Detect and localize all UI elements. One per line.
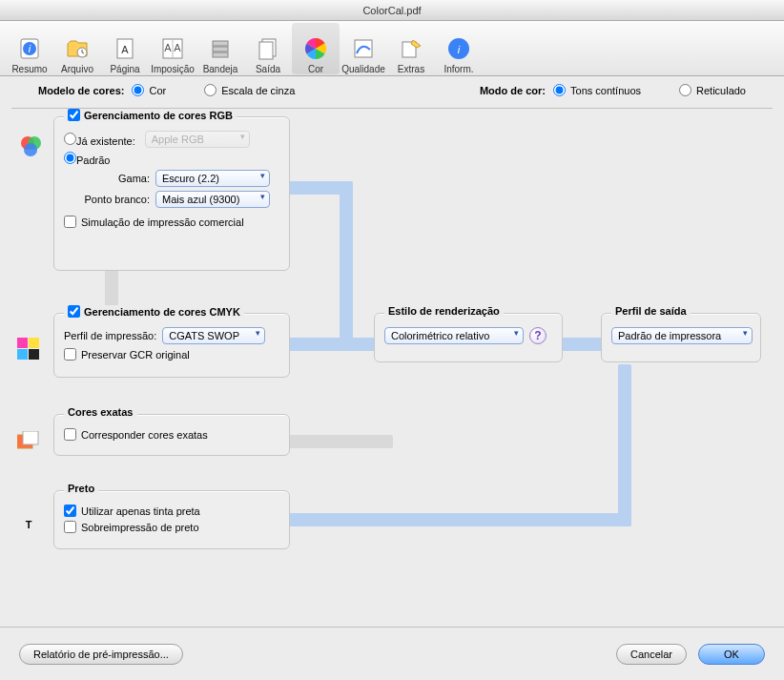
window-titlebar: ColorCal.pdf	[0, 0, 784, 21]
toolbar: i Resumo Arquivo A Página AA Imposição B…	[0, 21, 784, 76]
toolbar-item-inform[interactable]: i Inform.	[435, 23, 483, 74]
match-spot-checkbox[interactable]: Corresponder cores exatas	[64, 428, 208, 441]
flow-output-down	[618, 364, 631, 526]
radio-grayscale[interactable]: Escala de cinza	[204, 84, 295, 96]
render-panel: Estilo de renderização Colorimétrico rel…	[374, 313, 563, 362]
toolbar-label: Bandeja	[203, 64, 238, 74]
spot-swatch-icon	[17, 431, 44, 458]
cmyk-panel: Gerenciamento de cores CMYK Perfil de im…	[53, 313, 290, 378]
black-panel: Preto Utilizar apenas tinta preta Sobrei…	[53, 490, 290, 549]
mode-bar: Modelo de cores: Cor Escala de cinza Mod…	[0, 76, 784, 104]
toolbar-label: Inform.	[444, 64, 473, 74]
toolbar-item-extras[interactable]: Extras	[387, 23, 435, 74]
info-icon: i	[445, 35, 472, 62]
flow-spot-gray	[288, 435, 393, 448]
help-button[interactable]: ?	[529, 327, 547, 344]
flow-cmyk-to-render	[288, 338, 376, 351]
gamma-label: Gama:	[64, 173, 150, 184]
imposition-icon: AA	[159, 35, 186, 62]
gcr-checkbox[interactable]: Preservar GCR original	[64, 348, 190, 361]
toolbar-item-imposicao[interactable]: AA Imposição	[149, 23, 196, 74]
render-style-select[interactable]: Colorimétrico relativo	[384, 327, 524, 344]
cmyk-panel-title[interactable]: Gerenciamento de cores CMYK	[64, 305, 244, 318]
cmyk-enable-checkbox	[68, 305, 80, 318]
black-t-icon: T	[15, 507, 42, 534]
radio-color[interactable]: Cor	[132, 84, 166, 96]
cmyk-profile-label: Perfil de impressão:	[64, 330, 156, 341]
svg-rect-10	[213, 41, 228, 46]
svg-text:A: A	[121, 44, 129, 55]
toolbar-label: Resumo	[11, 64, 47, 74]
black-panel-title: Preto	[64, 483, 98, 494]
page-a-icon: A	[112, 35, 138, 62]
toolbar-label: Arquivo	[61, 64, 93, 74]
svg-rect-14	[259, 42, 273, 59]
radio-existing[interactable]: Já existente:	[64, 133, 135, 147]
rgb-venn-icon	[17, 134, 44, 160]
black-overprint-checkbox[interactable]: Sobreimpressão de preto	[64, 521, 199, 533]
toolbar-item-arquivo[interactable]: Arquivo	[53, 23, 101, 74]
commercial-sim-checkbox[interactable]: Simulação de impressão comercial	[64, 216, 244, 228]
svg-rect-22	[17, 338, 28, 348]
color-model-label: Modelo de cores:	[38, 85, 124, 96]
radio-continuous[interactable]: Tons contínuos	[553, 84, 641, 96]
render-panel-title: Estilo de renderização	[384, 305, 504, 317]
toolbar-label: Cor	[308, 64, 323, 74]
info-page-icon: i	[16, 35, 43, 62]
toolbar-label: Saída	[256, 64, 280, 74]
svg-rect-23	[29, 338, 39, 348]
svg-rect-24	[17, 349, 28, 360]
gamma-select[interactable]: Escuro (2.2)	[155, 170, 270, 187]
toolbar-item-pagina[interactable]: A Página	[101, 23, 149, 74]
rgb-panel-title[interactable]: Gerenciamento de cores RGB	[64, 109, 237, 121]
svg-rect-27	[23, 431, 38, 444]
window-title: ColorCal.pdf	[362, 5, 421, 16]
svg-text:A: A	[174, 42, 181, 53]
svg-point-21	[24, 143, 37, 156]
folder-clock-icon	[64, 35, 91, 62]
footer: Relatório de pré-impressão... Cancelar O…	[0, 627, 784, 680]
toolbar-label: Qualidade	[341, 64, 385, 74]
output-pages-icon	[255, 35, 281, 62]
spot-panel: Cores exatas Corresponder cores exatas	[53, 414, 290, 456]
black-ink-only-checkbox[interactable]: Utilizar apenas tinta preta	[64, 505, 200, 517]
radio-halftone[interactable]: Reticulado	[679, 84, 746, 96]
flow-rgb-to-render-v	[340, 181, 353, 341]
svg-text:A: A	[164, 42, 172, 53]
spot-panel-title: Cores exatas	[64, 406, 137, 418]
tray-icon	[207, 35, 234, 62]
rgb-panel: Gerenciamento de cores RGB Já existente:…	[53, 116, 290, 271]
color-wheel-icon	[302, 35, 329, 62]
toolbar-item-saida[interactable]: Saída	[244, 23, 292, 74]
toolbar-item-qualidade[interactable]: Qualidade	[340, 23, 387, 74]
output-panel-title: Perfil de saída	[611, 305, 691, 317]
toolbar-item-bandeja[interactable]: Bandeja	[196, 23, 244, 74]
flow-black	[288, 513, 631, 526]
toolbar-label: Página	[110, 64, 139, 74]
toolbar-item-resumo[interactable]: i Resumo	[6, 23, 53, 74]
existing-profile-select: Apple RGB	[145, 131, 250, 148]
whitepoint-select[interactable]: Mais azul (9300)	[155, 191, 270, 208]
toolbar-item-cor[interactable]: Cor	[292, 23, 340, 74]
rgb-enable-checkbox	[68, 109, 80, 121]
toolbar-label: Extras	[398, 64, 424, 74]
whitepoint-label: Ponto branco:	[64, 194, 150, 205]
ok-button[interactable]: OK	[698, 644, 765, 665]
output-panel: Perfil de saída Padrão de impressora	[601, 313, 761, 362]
svg-rect-25	[29, 349, 39, 360]
extras-icon	[398, 35, 424, 62]
radio-default[interactable]: Padrão	[64, 152, 110, 166]
cancel-button[interactable]: Cancelar	[616, 644, 687, 665]
color-mode-label: Modo de cor:	[480, 85, 546, 96]
toolbar-label: Imposição	[151, 64, 195, 74]
prepress-report-button[interactable]: Relatório de pré-impressão...	[19, 644, 183, 665]
output-profile-select[interactable]: Padrão de impressora	[611, 327, 753, 344]
cmyk-profile-select[interactable]: CGATS SWOP	[162, 327, 265, 344]
svg-rect-11	[213, 47, 228, 52]
cmyk-squares-icon	[17, 338, 44, 364]
quality-icon	[350, 35, 377, 62]
svg-rect-12	[213, 52, 228, 57]
svg-text:T: T	[26, 519, 32, 530]
